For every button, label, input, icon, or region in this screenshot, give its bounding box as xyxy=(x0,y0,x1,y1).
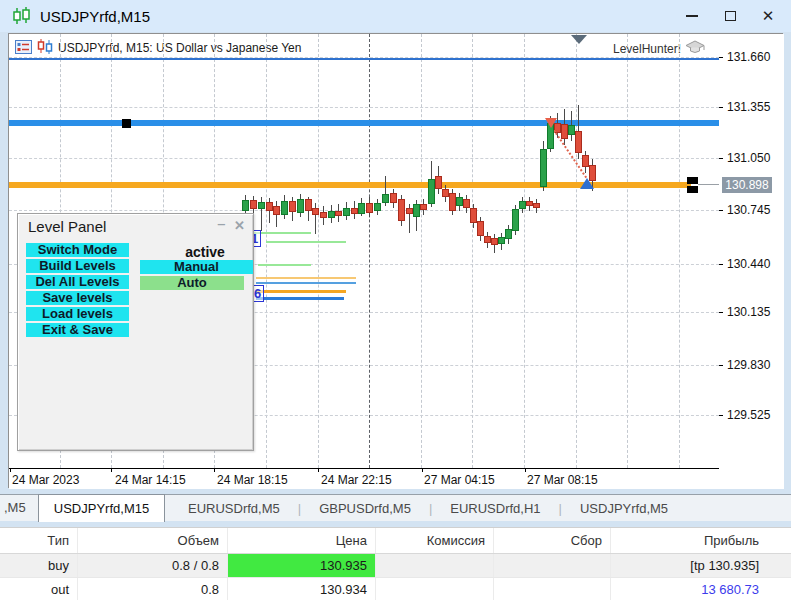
price-connector-line xyxy=(698,184,719,185)
panel-status-label: active xyxy=(170,244,240,260)
chart-tabbar: ,M5 USDJPYrfd,M15 EURUSDrfd,M5|GBPUSDrfd… xyxy=(0,494,791,521)
candle xyxy=(358,203,365,214)
gridline-vertical xyxy=(318,34,319,468)
table-cell xyxy=(493,554,610,577)
blue-line-handle[interactable] xyxy=(122,119,131,128)
time-tick-label: 24 Mar 22:15 xyxy=(321,473,392,487)
candle xyxy=(428,179,435,204)
candle xyxy=(382,194,389,203)
time-tick xyxy=(422,469,423,472)
indicator-level-line xyxy=(256,297,344,300)
candle xyxy=(328,211,335,218)
tab-gbpusdrfd-m5[interactable]: GBPUSDrfd,M5 xyxy=(301,501,429,516)
time-marker-icon[interactable] xyxy=(571,35,587,44)
gridline-horizontal xyxy=(9,107,719,108)
chart-candles-icon xyxy=(37,39,53,57)
candle xyxy=(420,204,427,210)
table-cell: 0.8 / 0.8 xyxy=(77,554,227,577)
candle xyxy=(526,201,533,206)
candle xyxy=(519,201,526,209)
indicator-level-line xyxy=(256,277,356,279)
panel-button-exit-save[interactable]: Exit & Save xyxy=(26,323,129,337)
panel-close-icon[interactable]: ✕ xyxy=(234,218,245,233)
table-cell: [tp 130.935] xyxy=(610,554,791,577)
sell-arrow-icon xyxy=(545,118,557,128)
candle xyxy=(266,202,273,211)
app-icon xyxy=(12,7,32,25)
price-tick-label: 131.660 xyxy=(727,50,770,64)
price-tick xyxy=(719,365,723,366)
level-panel: Level Panel ‒ ✕ Switch ModeBuild LevelsD… xyxy=(17,213,254,451)
price-axis[interactable]: 131.660131.355131.050130.745130.440130.1… xyxy=(719,34,784,489)
minimize-button[interactable] xyxy=(679,3,705,29)
orange-line-handle[interactable] xyxy=(687,177,698,193)
table-row[interactable]: out0.8130.93413 680.73 xyxy=(0,578,791,600)
candle xyxy=(335,211,342,216)
panel-button-build-levels[interactable]: Build Levels xyxy=(26,259,129,273)
maximize-button[interactable] xyxy=(717,3,743,29)
gridline-vertical xyxy=(576,34,577,468)
candle xyxy=(449,193,456,211)
panel-minimize-icon[interactable]: ‒ xyxy=(218,216,225,231)
tab-usdjpyrfd-m5[interactable]: USDJPYrfd,M5 xyxy=(562,501,686,516)
candle xyxy=(575,131,582,153)
tab-eurusdrfd-m5[interactable]: EURUSDrfd,M5 xyxy=(170,501,298,516)
candle xyxy=(582,155,589,167)
panel-mode-manual[interactable]: Manual xyxy=(140,260,253,274)
panel-button-save-levels[interactable]: Save levels xyxy=(26,291,129,305)
time-tick-label: 24 Mar 2023 xyxy=(12,473,79,487)
candle xyxy=(289,201,296,212)
candle xyxy=(442,189,449,197)
price-tick-label: 131.355 xyxy=(727,100,770,114)
time-tick xyxy=(318,469,319,472)
indicator-level-line xyxy=(266,241,346,243)
table-header-cell: Сбор xyxy=(493,528,610,553)
candle xyxy=(568,125,575,135)
price-tick-label: 130.440 xyxy=(727,257,770,271)
candle xyxy=(512,209,519,231)
candle xyxy=(491,238,498,245)
table-row[interactable]: buy0.8 / 0.8130.935[tp 130.935] xyxy=(0,554,791,578)
candle xyxy=(435,176,442,189)
panel-button-load-levels[interactable]: Load levels xyxy=(26,307,129,321)
gridline-vertical xyxy=(421,34,422,468)
tab-partial[interactable]: ,M5 xyxy=(4,500,26,515)
table-cell xyxy=(493,578,610,600)
candle xyxy=(463,199,470,208)
level-line-blue[interactable] xyxy=(9,120,719,126)
expert-cap-icon[interactable] xyxy=(685,40,705,58)
current-price-label: 130.898 xyxy=(722,177,772,193)
table-header-cell: Прибыль xyxy=(610,528,791,553)
level-line-blue-thin[interactable] xyxy=(9,58,719,60)
gridline-vertical xyxy=(679,34,680,468)
tab-eurusdrfd-h1[interactable]: EURUSDrfd,H1 xyxy=(432,501,558,516)
time-tick-label: 27 Mar 08:15 xyxy=(527,473,598,487)
table-cell: 130.934 xyxy=(227,578,375,600)
table-cell: buy xyxy=(0,554,77,577)
candle xyxy=(305,199,312,211)
time-axis[interactable]: 24 Mar 202324 Mar 14:1524 Mar 18:1524 Ma… xyxy=(9,468,719,489)
time-tick-label: 24 Mar 18:15 xyxy=(217,473,288,487)
tab-active[interactable]: USDJPYrfd,M15 xyxy=(38,494,165,522)
panel-button-del-all-levels[interactable]: Del All Levels xyxy=(26,275,129,289)
price-tick-label: 131.050 xyxy=(727,151,770,165)
application-window: USDJPYrfd,M15 ✕ xyxy=(0,0,791,600)
close-button[interactable]: ✕ xyxy=(755,3,781,29)
titlebar: USDJPYrfd,M15 ✕ xyxy=(0,0,791,32)
table-header-row: ТипОбъемЦенаКомиссияСборПрибыль xyxy=(0,528,791,554)
candle xyxy=(343,208,350,216)
table-cell: 130.935 xyxy=(227,554,375,577)
table-cell: 13 680.73 xyxy=(610,578,791,600)
candle xyxy=(413,204,420,217)
panel-button-switch-mode[interactable]: Switch Mode xyxy=(26,243,129,257)
panel-mode-auto[interactable]: Auto xyxy=(140,276,244,290)
candle xyxy=(351,208,358,214)
candle xyxy=(320,212,327,218)
window-controls: ✕ xyxy=(679,0,781,32)
buy-arrow-icon xyxy=(580,178,594,189)
candle xyxy=(406,208,413,214)
indicator-level-line xyxy=(258,264,311,266)
price-tick xyxy=(719,264,723,265)
candle xyxy=(374,203,381,211)
candle xyxy=(533,203,540,208)
